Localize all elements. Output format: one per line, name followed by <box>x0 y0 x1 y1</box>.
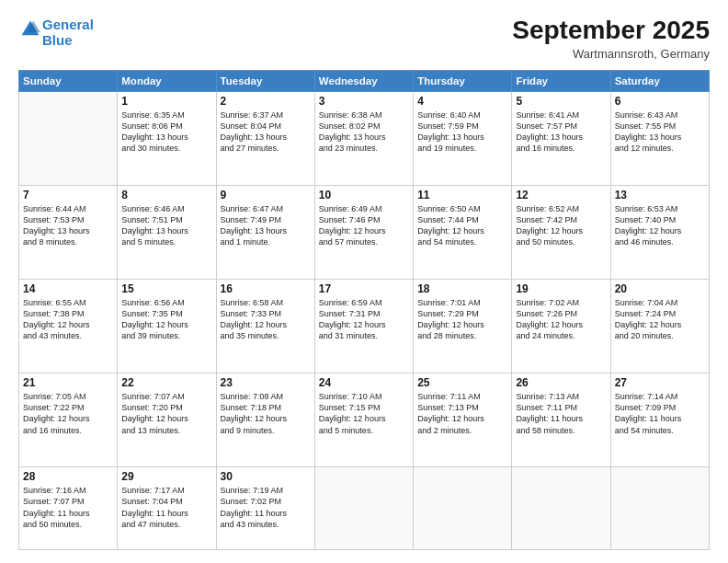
title-block: September 2025 Wartmannsroth, Germany <box>512 17 710 61</box>
cell-content: Sunrise: 6:38 AM Sunset: 8:02 PM Dayligh… <box>319 109 409 155</box>
day-number: 17 <box>319 282 409 295</box>
cell-content: Sunrise: 7:04 AM Sunset: 7:24 PM Dayligh… <box>615 297 705 342</box>
location: Wartmannsroth, Germany <box>512 47 710 61</box>
cell-content: Sunrise: 7:16 AM Sunset: 7:07 PM Dayligh… <box>23 485 113 530</box>
calendar-cell: 24Sunrise: 7:10 AM Sunset: 7:15 PM Dayli… <box>314 373 413 467</box>
day-number: 3 <box>319 95 409 108</box>
calendar-cell <box>314 467 413 550</box>
calendar-cell: 7Sunrise: 6:44 AM Sunset: 7:53 PM Daylig… <box>19 185 118 279</box>
calendar-cell: 6Sunrise: 6:43 AM Sunset: 7:55 PM Daylig… <box>610 91 709 185</box>
day-number: 25 <box>417 376 507 389</box>
cell-content: Sunrise: 6:56 AM Sunset: 7:35 PM Dayligh… <box>121 297 211 342</box>
cell-content: Sunrise: 6:44 AM Sunset: 7:53 PM Dayligh… <box>23 203 113 248</box>
cell-content: Sunrise: 6:37 AM Sunset: 8:04 PM Dayligh… <box>221 109 311 155</box>
day-number: 1 <box>121 95 211 108</box>
calendar-cell: 16Sunrise: 6:58 AM Sunset: 7:33 PM Dayli… <box>216 280 314 373</box>
header-monday: Monday <box>118 70 216 91</box>
week-row-3: 14Sunrise: 6:55 AM Sunset: 7:38 PM Dayli… <box>19 280 710 373</box>
calendar-cell: 13Sunrise: 6:53 AM Sunset: 7:40 PM Dayli… <box>610 185 709 279</box>
day-number: 9 <box>221 189 311 201</box>
calendar-cell: 10Sunrise: 6:49 AM Sunset: 7:46 PM Dayli… <box>314 185 413 279</box>
header-wednesday: Wednesday <box>314 70 413 91</box>
calendar-cell: 5Sunrise: 6:41 AM Sunset: 7:57 PM Daylig… <box>512 91 610 185</box>
day-number: 27 <box>615 376 705 389</box>
calendar-cell: 30Sunrise: 7:19 AM Sunset: 7:02 PM Dayli… <box>216 467 314 550</box>
cell-content: Sunrise: 6:46 AM Sunset: 7:51 PM Dayligh… <box>121 203 211 248</box>
logo-text: General Blue <box>42 17 94 49</box>
week-row-1: 1Sunrise: 6:35 AM Sunset: 8:06 PM Daylig… <box>19 91 710 185</box>
header: General Blue September 2025 Wartmannsrot… <box>18 17 710 61</box>
day-number: 7 <box>23 189 113 201</box>
cell-content: Sunrise: 7:13 AM Sunset: 7:11 PM Dayligh… <box>516 391 606 436</box>
cell-content: Sunrise: 6:58 AM Sunset: 7:33 PM Dayligh… <box>221 297 311 342</box>
calendar-cell: 28Sunrise: 7:16 AM Sunset: 7:07 PM Dayli… <box>19 467 118 550</box>
day-number: 26 <box>516 376 606 389</box>
calendar-cell: 23Sunrise: 7:08 AM Sunset: 7:18 PM Dayli… <box>216 373 314 467</box>
logo: General Blue <box>18 17 94 49</box>
week-row-5: 28Sunrise: 7:16 AM Sunset: 7:07 PM Dayli… <box>19 467 710 550</box>
day-number: 23 <box>221 376 311 389</box>
week-row-4: 21Sunrise: 7:05 AM Sunset: 7:22 PM Dayli… <box>19 373 710 467</box>
calendar-cell: 22Sunrise: 7:07 AM Sunset: 7:20 PM Dayli… <box>118 373 216 467</box>
cell-content: Sunrise: 6:49 AM Sunset: 7:46 PM Dayligh… <box>319 203 409 248</box>
cell-content: Sunrise: 6:55 AM Sunset: 7:38 PM Dayligh… <box>23 297 113 342</box>
cell-content: Sunrise: 6:35 AM Sunset: 8:06 PM Dayligh… <box>121 109 211 155</box>
header-thursday: Thursday <box>414 70 512 91</box>
week-row-2: 7Sunrise: 6:44 AM Sunset: 7:53 PM Daylig… <box>19 185 710 279</box>
cell-content: Sunrise: 6:47 AM Sunset: 7:49 PM Dayligh… <box>221 203 311 248</box>
day-number: 6 <box>615 95 705 108</box>
cell-content: Sunrise: 7:08 AM Sunset: 7:18 PM Dayligh… <box>221 391 311 436</box>
day-number: 21 <box>23 376 113 389</box>
day-number: 11 <box>417 189 507 201</box>
day-number: 29 <box>121 470 211 483</box>
cell-content: Sunrise: 6:41 AM Sunset: 7:57 PM Dayligh… <box>516 109 606 155</box>
cell-content: Sunrise: 6:50 AM Sunset: 7:44 PM Dayligh… <box>417 203 507 248</box>
calendar-cell: 21Sunrise: 7:05 AM Sunset: 7:22 PM Dayli… <box>19 373 118 467</box>
calendar-cell: 18Sunrise: 7:01 AM Sunset: 7:29 PM Dayli… <box>414 280 512 373</box>
month-title: September 2025 <box>512 17 710 45</box>
header-sunday: Sunday <box>19 70 118 91</box>
cell-content: Sunrise: 6:43 AM Sunset: 7:55 PM Dayligh… <box>615 109 705 155</box>
day-number: 18 <box>417 282 507 295</box>
cell-content: Sunrise: 7:14 AM Sunset: 7:09 PM Dayligh… <box>615 391 705 436</box>
calendar-cell: 1Sunrise: 6:35 AM Sunset: 8:06 PM Daylig… <box>118 91 216 185</box>
calendar-cell: 27Sunrise: 7:14 AM Sunset: 7:09 PM Dayli… <box>610 373 709 467</box>
day-number: 8 <box>121 189 211 201</box>
calendar-cell: 2Sunrise: 6:37 AM Sunset: 8:04 PM Daylig… <box>216 91 314 185</box>
logo-icon <box>20 19 40 40</box>
day-number: 20 <box>615 282 705 295</box>
calendar-cell: 11Sunrise: 6:50 AM Sunset: 7:44 PM Dayli… <box>414 185 512 279</box>
calendar-cell: 26Sunrise: 7:13 AM Sunset: 7:11 PM Dayli… <box>512 373 610 467</box>
day-number: 28 <box>23 470 113 483</box>
day-number: 14 <box>23 282 113 295</box>
calendar-table: Sunday Monday Tuesday Wednesday Thursday… <box>18 70 710 550</box>
cell-content: Sunrise: 7:05 AM Sunset: 7:22 PM Dayligh… <box>23 391 113 436</box>
day-number: 2 <box>221 95 311 108</box>
cell-content: Sunrise: 6:59 AM Sunset: 7:31 PM Dayligh… <box>319 297 409 342</box>
calendar-cell: 9Sunrise: 6:47 AM Sunset: 7:49 PM Daylig… <box>216 185 314 279</box>
header-friday: Friday <box>512 70 610 91</box>
calendar-cell: 4Sunrise: 6:40 AM Sunset: 7:59 PM Daylig… <box>414 91 512 185</box>
day-number: 24 <box>319 376 409 389</box>
day-number: 4 <box>417 95 507 108</box>
calendar-cell: 19Sunrise: 7:02 AM Sunset: 7:26 PM Dayli… <box>512 280 610 373</box>
day-number: 15 <box>121 282 211 295</box>
calendar-cell <box>610 467 709 550</box>
day-number: 13 <box>615 189 705 201</box>
header-tuesday: Tuesday <box>216 70 314 91</box>
days-header-row: Sunday Monday Tuesday Wednesday Thursday… <box>19 70 710 91</box>
calendar-cell: 3Sunrise: 6:38 AM Sunset: 8:02 PM Daylig… <box>314 91 413 185</box>
calendar-cell <box>512 467 610 550</box>
calendar-cell: 29Sunrise: 7:17 AM Sunset: 7:04 PM Dayli… <box>118 467 216 550</box>
calendar-cell: 25Sunrise: 7:11 AM Sunset: 7:13 PM Dayli… <box>414 373 512 467</box>
cell-content: Sunrise: 7:11 AM Sunset: 7:13 PM Dayligh… <box>417 391 507 436</box>
day-number: 12 <box>516 189 606 201</box>
day-number: 10 <box>319 189 409 201</box>
calendar-cell: 12Sunrise: 6:52 AM Sunset: 7:42 PM Dayli… <box>512 185 610 279</box>
cell-content: Sunrise: 6:53 AM Sunset: 7:40 PM Dayligh… <box>615 203 705 248</box>
day-number: 16 <box>221 282 311 295</box>
calendar-cell: 17Sunrise: 6:59 AM Sunset: 7:31 PM Dayli… <box>314 280 413 373</box>
cell-content: Sunrise: 7:07 AM Sunset: 7:20 PM Dayligh… <box>121 391 211 436</box>
day-number: 30 <box>221 470 311 483</box>
calendar-cell <box>414 467 512 550</box>
